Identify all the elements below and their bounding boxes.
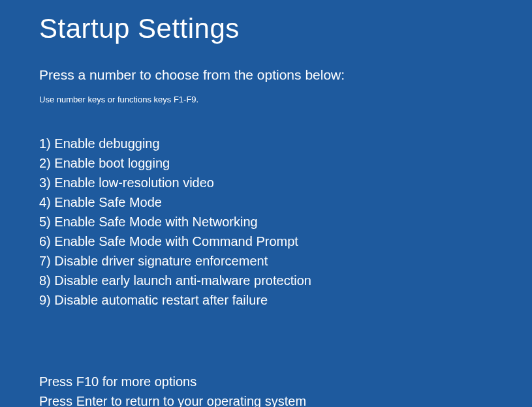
option-disable-driver-signature-enforcement[interactable]: 7) Disable driver signature enforcement <box>39 251 493 271</box>
option-label: Enable boot logging <box>54 156 170 170</box>
option-enable-boot-logging[interactable]: 2) Enable boot logging <box>39 153 493 173</box>
key-instruction: Use number keys or functions keys F1-F9. <box>39 95 493 104</box>
option-enable-safe-mode[interactable]: 4) Enable Safe Mode <box>39 192 493 212</box>
option-number: 1) <box>39 136 51 151</box>
page-title: Startup Settings <box>39 13 493 44</box>
option-number: 9) <box>39 293 51 307</box>
option-label: Enable low-resolution video <box>54 175 214 190</box>
startup-settings-screen: Startup Settings Press a number to choos… <box>0 0 532 407</box>
option-number: 5) <box>39 215 51 229</box>
return-hint: Press Enter to return to your operating … <box>39 391 493 407</box>
option-enable-safe-mode-command-prompt[interactable]: 6) Enable Safe Mode with Command Prompt <box>39 232 493 251</box>
option-enable-low-resolution-video[interactable]: 3) Enable low-resolution video <box>39 173 493 192</box>
option-number: 6) <box>39 234 51 249</box>
option-number: 8) <box>39 273 51 288</box>
footer-instructions: Press F10 for more options Press Enter t… <box>39 372 493 407</box>
option-label: Enable Safe Mode with Command Prompt <box>54 234 298 249</box>
option-label: Enable Safe Mode <box>54 195 162 209</box>
option-label: Disable driver signature enforcement <box>54 254 268 268</box>
option-enable-debugging[interactable]: 1) Enable debugging <box>39 134 493 153</box>
option-disable-automatic-restart[interactable]: 9) Disable automatic restart after failu… <box>39 290 493 310</box>
subtitle: Press a number to choose from the option… <box>39 67 493 83</box>
option-label: Enable debugging <box>54 136 159 151</box>
option-number: 3) <box>39 175 51 190</box>
option-disable-early-launch-anti-malware[interactable]: 8) Disable early launch anti-malware pro… <box>39 271 493 290</box>
options-list: 1) Enable debugging 2) Enable boot loggi… <box>39 134 493 310</box>
option-number: 7) <box>39 254 51 268</box>
option-label: Disable automatic restart after failure <box>54 293 268 307</box>
option-label: Disable early launch anti-malware protec… <box>54 273 311 288</box>
option-number: 4) <box>39 195 51 209</box>
option-enable-safe-mode-networking[interactable]: 5) Enable Safe Mode with Networking <box>39 212 493 232</box>
option-label: Enable Safe Mode with Networking <box>54 215 257 229</box>
more-options-hint: Press F10 for more options <box>39 372 493 391</box>
option-number: 2) <box>39 156 51 170</box>
